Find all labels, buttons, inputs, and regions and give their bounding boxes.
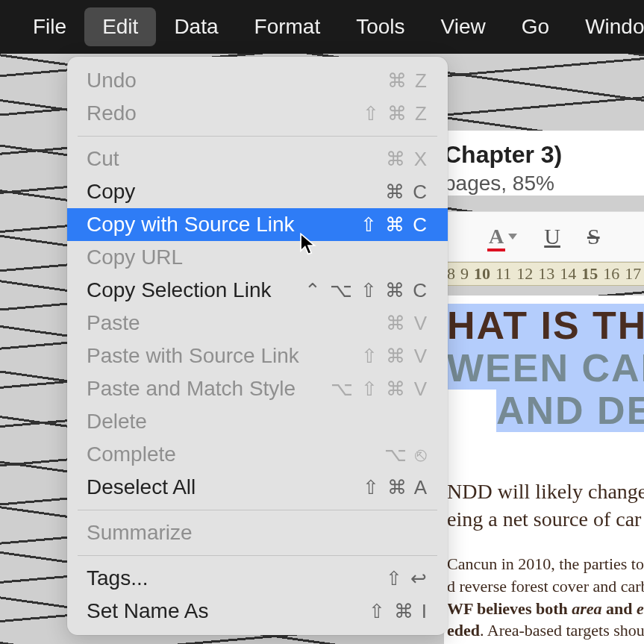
menu-item-label: Copy URL [87,246,183,269]
body-p2b: d reverse forest cover and carbon loss” [447,577,644,595]
menu-tools[interactable]: Tools [338,7,422,46]
menu-view[interactable]: View [423,7,504,46]
menu-item-shortcut: ⇧ ⌘ A [363,476,428,499]
menu-item-undo: Undo⌘ Z [67,64,448,97]
ruler-tick: 8 [447,264,455,284]
menu-item-shortcut: ⇧ ↩ [386,567,428,590]
body-p1b: eing a net source of car [447,507,641,531]
menu-item-shortcut: ⌥ ⇧ ⌘ V [331,378,428,401]
menu-item-label: Copy [87,180,135,204]
menu-item-delete: Delete [67,405,448,438]
menu-item-label: Copy with Source Link [87,213,295,237]
menu-item-set-name-as[interactable]: Set Name As⇧ ⌘ I [67,595,448,628]
cursor-icon [298,233,318,261]
menubar: File Edit Data Format Tools View Go Wind… [0,0,644,54]
menu-file[interactable]: File [15,7,84,46]
menu-item-paste: Paste⌘ V [67,307,448,340]
menu-item-shortcut: ⇧ ⌘ Z [363,102,428,125]
edit-menu-dropdown: Undo⌘ ZRedo⇧ ⌘ ZCut⌘ XCopy⌘ CCopy with S… [67,57,448,635]
ruler-tick: 12 [516,264,533,284]
body-p1a: NDD will likely change [447,480,644,503]
body-p2a: Cancun in 2010, the parties to the UN [447,554,644,573]
menu-item-label: Undo [87,69,137,93]
menu-item-label: Copy Selection Link [87,278,271,302]
ruler: 89101112131415161718 [444,262,644,286]
document-title: Chapter 3) [444,141,644,169]
menu-item-summarize: Summarize [67,516,448,549]
menu-item-shortcut: ⌥ ⎋ [384,443,428,466]
text-color-button[interactable]: A [489,225,517,248]
menu-item-label: Paste and Match Style [87,377,296,401]
body-text: NDD will likely change eing a net source… [447,478,644,644]
menu-item-shortcut: ⌃ ⌥ ⇧ ⌘ C [304,279,428,302]
menu-item-copy-url: Copy URL [67,241,448,274]
ruler-tick: 11 [495,264,511,284]
body-p2c-area: area [572,599,601,618]
document-page: HAT IS THE RE WEEN CARBON AND DEFO NDD w… [444,296,644,644]
menu-data[interactable]: Data [156,7,236,46]
menu-separator [78,136,437,137]
menu-item-label: Summarize [87,521,193,545]
ruler-tick: 15 [581,264,598,284]
menu-go[interactable]: Go [504,7,567,46]
underline-button[interactable]: U [544,224,560,249]
body-p2d-rest: . Area-based targets should come [480,621,644,640]
menu-item-label: Deselect All [87,475,196,499]
menu-item-label: Paste [87,311,140,335]
menu-item-paste-and-match-style: Paste and Match Style⌥ ⇧ ⌘ V [67,372,448,405]
menu-item-shortcut: ⌘ Z [387,69,428,93]
menu-item-shortcut: ⌘ C [385,181,428,204]
ruler-tick: 13 [538,264,554,284]
menu-window[interactable]: Window [567,7,644,46]
menu-item-label: Complete [87,443,176,466]
ruler-tick: 17 [625,264,641,284]
menu-item-copy-selection-link[interactable]: Copy Selection Link⌃ ⌥ ⇧ ⌘ C [67,274,448,307]
body-p2c-and: and [602,599,637,618]
menu-separator [78,555,437,556]
headline-line-1: HAT IS THE RE [447,304,644,347]
headline-line-2: WEEN CARBON [447,347,644,390]
body-p2c-emiss: emiss [637,599,644,618]
format-toolbar: A U S [444,211,644,262]
headline-line-3: AND DEFO [447,390,644,432]
menu-item-tags[interactable]: Tags...⇧ ↩ [67,562,448,595]
ruler-tick: 14 [560,264,576,284]
menu-format[interactable]: Format [237,7,339,46]
menu-item-label: Redo [87,101,137,125]
menu-separator [78,510,437,510]
menu-item-deselect-all[interactable]: Deselect All⇧ ⌘ A [67,471,448,504]
strikethrough-button[interactable]: S [587,224,600,249]
body-p2d-label: eded [447,621,480,640]
document-subtitle: pages, 85% [444,172,644,196]
text-color-icon: A [489,225,504,248]
menu-item-complete: Complete⌥ ⎋ [67,438,448,471]
menu-item-label: Paste with Source Link [87,344,299,368]
menu-item-label: Tags... [87,566,148,590]
menu-item-shortcut: ⌘ V [386,312,428,335]
body-p2c-prefix: WF believes both [447,599,572,618]
menu-item-shortcut: ⇧ ⌘ V [361,345,428,368]
menu-item-shortcut: ⇧ ⌘ C [360,213,428,237]
menu-item-shortcut: ⌘ X [386,148,428,171]
menu-item-cut: Cut⌘ X [67,143,448,175]
ruler-tick: 9 [460,264,469,284]
chevron-down-icon [508,234,517,240]
menu-item-redo: Redo⇧ ⌘ Z [67,97,448,130]
document-header: Chapter 3) pages, 85% [444,131,644,196]
menu-item-label: Cut [87,147,119,171]
ruler-tick: 10 [474,264,490,284]
menu-edit[interactable]: Edit [84,7,156,46]
menu-item-copy[interactable]: Copy⌘ C [67,175,448,208]
menu-item-copy-with-source-link[interactable]: Copy with Source Link⇧ ⌘ C [67,208,448,241]
menu-item-label: Set Name As [87,599,208,623]
menu-item-shortcut: ⇧ ⌘ I [369,600,428,623]
menu-item-label: Delete [87,410,147,434]
menu-item-paste-with-source-link: Paste with Source Link⇧ ⌘ V [67,340,448,372]
ruler-tick: 16 [603,264,619,284]
